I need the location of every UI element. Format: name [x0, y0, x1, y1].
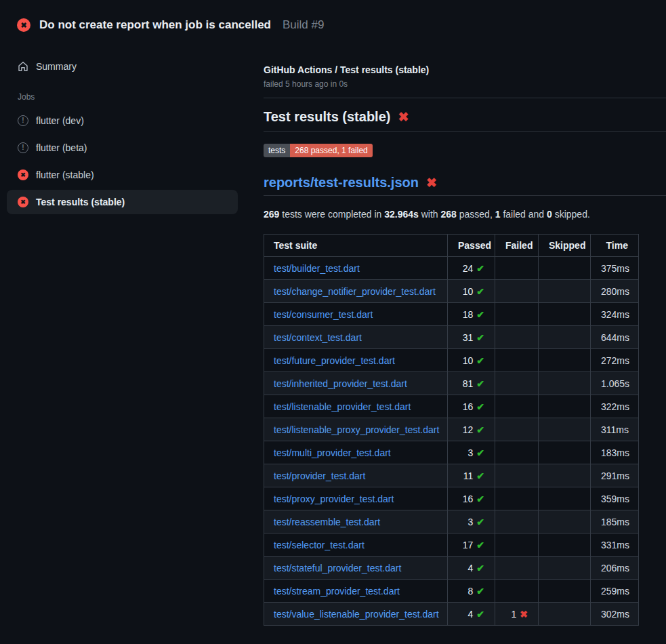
test-suite-link[interactable]: test/selector_test.dart: [274, 540, 365, 550]
test-suite-cell: test/proxy_provider_test.dart: [264, 487, 448, 510]
table-row: test/context_test.dart31✔644ms: [264, 326, 639, 349]
check-title: Test results (stable) ✖: [264, 109, 666, 132]
skipped-cell: [539, 349, 591, 372]
time-cell: 183ms: [591, 441, 639, 464]
skipped-cell: [539, 557, 591, 580]
count-value: 12: [463, 424, 474, 435]
column-header-failed: Failed: [495, 235, 539, 257]
summary-duration: 32.964s: [384, 209, 419, 220]
table-header-row: Test suitePassedFailedSkippedTime: [264, 235, 639, 257]
table-row: test/proxy_provider_test.dart16✔359ms: [264, 487, 639, 510]
test-suite-link[interactable]: test/inherited_provider_test.dart: [274, 378, 407, 389]
time-cell: 311ms: [591, 418, 639, 441]
failed-cell: [495, 257, 539, 280]
sidebar-item-label: flutter (dev): [36, 115, 84, 126]
test-suite-link[interactable]: test/listenable_proxy_provider_test.dart: [274, 424, 439, 435]
table-row: test/change_notifier_provider_test.dart1…: [264, 280, 639, 303]
test-suite-cell: test/provider_test.dart: [264, 464, 448, 487]
failed-cell: [495, 441, 539, 464]
test-suite-link[interactable]: test/context_test.dart: [274, 332, 362, 343]
count-value: 31: [463, 332, 474, 343]
check-icon: ✔: [476, 332, 484, 343]
test-suite-link[interactable]: test/value_listenable_provider_test.dart: [274, 609, 439, 620]
sidebar-item-test-results-stable[interactable]: ✖Test results (stable): [7, 190, 238, 214]
check-icon: ✔: [476, 447, 484, 458]
count-value: 16: [463, 401, 474, 412]
build-number: Build #9: [283, 18, 324, 32]
test-suite-link[interactable]: test/reassemble_test.dart: [274, 517, 380, 527]
page-title: Do not create report when job is cancell…: [39, 18, 271, 32]
skipped-cell: [539, 303, 591, 326]
page-layout: Summary Jobs !flutter (dev)!flutter (bet…: [0, 54, 666, 626]
sidebar-item-summary[interactable]: Summary: [7, 54, 238, 79]
test-suite-cell: test/context_test.dart: [264, 326, 448, 349]
test-suite-link[interactable]: test/builder_test.dart: [274, 263, 360, 274]
skipped-cell: [539, 395, 591, 418]
passed-cell: 3✔: [448, 441, 495, 464]
cross-mark-icon: ✖: [398, 109, 409, 125]
passed-cell: 17✔: [448, 534, 495, 557]
sidebar-item-flutter-dev[interactable]: !flutter (dev): [7, 108, 238, 133]
run-meta: failed 5 hours ago in 0s: [264, 79, 666, 89]
time-value: 291ms: [601, 470, 629, 481]
test-suite-link[interactable]: test/stream_provider_test.dart: [274, 586, 400, 597]
table-row: test/future_provider_test.dart10✔272ms: [264, 349, 639, 372]
table-row: test/builder_test.dart24✔375ms: [264, 257, 639, 280]
check-icon: ✔: [476, 586, 484, 597]
test-suite-link[interactable]: test/stateful_provider_test.dart: [274, 563, 401, 573]
test-suite-link[interactable]: test/provider_test.dart: [274, 470, 365, 481]
time-value: 185ms: [601, 517, 629, 527]
breadcrumb: GitHub Actions / Test results (stable): [264, 64, 666, 75]
test-suite-link[interactable]: test/consumer_test.dart: [274, 309, 373, 320]
time-value: 359ms: [601, 494, 629, 504]
passed-cell: 10✔: [448, 349, 495, 372]
passed-cell: 10✔: [448, 280, 495, 303]
passed-cell: 16✔: [448, 395, 495, 418]
cross-mark-icon: ✖: [426, 175, 437, 190]
failed-cell: [495, 395, 539, 418]
failed-cell: [495, 487, 539, 510]
time-cell: 1.065s: [591, 372, 639, 395]
column-header-time: Time: [591, 235, 639, 257]
count-value: 18: [463, 309, 474, 320]
x-icon: ✖: [520, 609, 528, 620]
time-cell: 185ms: [591, 510, 639, 534]
time-value: 324ms: [601, 309, 629, 320]
badge-value: 268 passed, 1 failed: [290, 144, 372, 157]
summary-text: failed and: [501, 209, 547, 220]
test-suite-link[interactable]: test/multi_provider_test.dart: [274, 447, 391, 458]
sidebar-item-flutter-beta[interactable]: !flutter (beta): [7, 136, 238, 160]
time-value: 302ms: [601, 609, 629, 620]
test-suite-cell: test/reassemble_test.dart: [264, 510, 448, 534]
summary-text: passed,: [457, 209, 495, 220]
table-row: test/inherited_provider_test.dart81✔1.06…: [264, 372, 639, 395]
test-suite-link[interactable]: test/future_provider_test.dart: [274, 355, 395, 366]
test-suite-link[interactable]: test/proxy_provider_test.dart: [274, 494, 394, 504]
time-value: 375ms: [601, 263, 629, 274]
test-results-table: Test suitePassedFailedSkippedTime test/b…: [264, 234, 639, 626]
time-value: 272ms: [601, 355, 629, 366]
test-suite-link[interactable]: test/change_notifier_provider_test.dart: [274, 286, 436, 297]
x-circle-icon: ✖: [17, 18, 30, 32]
test-suite-cell: test/stream_provider_test.dart: [264, 580, 448, 603]
test-suite-cell: test/multi_provider_test.dart: [264, 441, 448, 464]
passed-cell: 3✔: [448, 510, 495, 534]
sidebar-item-flutter-stable[interactable]: ✖flutter (stable): [7, 163, 238, 187]
count-value: 17: [463, 540, 474, 550]
test-suite-link[interactable]: test/listenable_provider_test.dart: [274, 401, 411, 412]
skipped-cell: [539, 257, 591, 280]
count-value: 24: [463, 263, 474, 274]
test-suite-cell: test/value_listenable_provider_test.dart: [264, 603, 448, 626]
test-suite-cell: test/inherited_provider_test.dart: [264, 372, 448, 395]
summary-failed: 1: [495, 209, 501, 220]
passed-cell: 4✔: [448, 557, 495, 580]
time-cell: 322ms: [591, 395, 639, 418]
skipped-cell: [539, 326, 591, 349]
passed-cell: 4✔: [448, 603, 495, 626]
test-suite-cell: test/consumer_test.dart: [264, 303, 448, 326]
check-icon: ✔: [476, 309, 484, 320]
summary-text: skipped.: [552, 209, 590, 220]
report-file-link[interactable]: reports/test-results.json: [264, 175, 419, 190]
page-header: ✖ Do not create report when job is cance…: [0, 0, 666, 38]
count-value: 3: [467, 517, 473, 527]
